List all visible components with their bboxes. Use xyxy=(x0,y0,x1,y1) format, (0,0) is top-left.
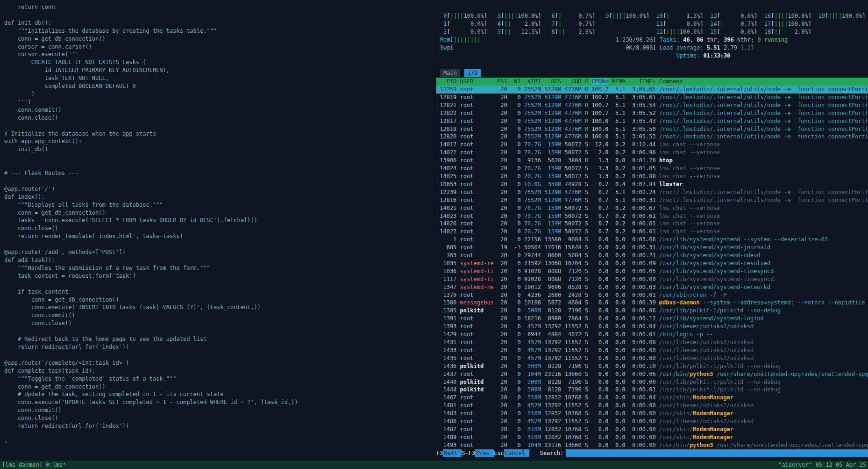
fn-next-button[interactable]: Next xyxy=(443,449,462,457)
process-row[interactable]: 14025 root 20 0 70.7G 159M 50072 S 1.3 0… xyxy=(436,173,868,180)
process-row[interactable]: 14024 root 20 0 70.7G 159M 50072 S 1.3 0… xyxy=(436,165,868,173)
fnbar-gap xyxy=(529,449,536,457)
process-row[interactable]: 1393 root 20 0 457M 13792 11552 S 0.0 0.… xyxy=(436,323,868,331)
htop-pane[interactable]: 0[||||100.0%] 3[||||100.0%] 6[| 0.7%] 9[… xyxy=(436,0,868,460)
process-row[interactable]: 1436 polkitd 20 0 300M 8128 7196 S 0.0 0… xyxy=(436,362,868,370)
fn-prev-button[interactable]: Prev xyxy=(475,449,494,457)
process-row[interactable]: 1 root 20 0 22156 13580 9684 S 0.0 0.0 0… xyxy=(436,236,868,244)
process-row[interactable]: 685 root 19 -1 50504 17016 15848 S 0.0 0… xyxy=(436,244,868,252)
tab-io[interactable]: I/O xyxy=(464,69,481,77)
process-row[interactable]: 1429 root 20 0 6944 4884 4072 S 0.0 0.0 … xyxy=(436,331,868,339)
process-row[interactable]: 12817 root 20 0 7552M 5129M 4776M R 100.… xyxy=(436,117,868,125)
process-row[interactable]: 1437 root 20 0 104M 23116 13660 S 0.0 0.… xyxy=(436,370,868,378)
process-row[interactable]: 12239 root 20 0 7552M 5129M 4776M S 0.7 … xyxy=(436,188,868,196)
process-row[interactable]: 14022 root 20 0 70.7G 159M 50072 S 2.0 0… xyxy=(436,149,868,157)
cpu-memory-meters: 0[||||100.0%] 3[||||100.0%] 6[| 0.7%] 9[… xyxy=(440,12,868,60)
process-row[interactable]: 14021 root 20 0 70.7G 159M 50072 S 0.7 0… xyxy=(436,204,868,212)
process-row[interactable]: 1487 root 20 0 310M 12832 10768 S 0.0 0.… xyxy=(436,426,868,433)
process-row[interactable]: 1431 root 20 0 457M 13792 11552 S 0.0 0.… xyxy=(436,339,868,346)
code-pane[interactable]: return conn def init_db(): """Initialize… xyxy=(0,0,436,460)
process-row[interactable]: 12818 root 20 0 7552M 5129M 4776M R 100.… xyxy=(436,125,868,133)
process-row[interactable]: 12816 root 20 0 7552M 5129M 4776M S 0.7 … xyxy=(436,196,868,204)
process-row[interactable]: 13906 root 20 0 9136 5628 3804 R 1.3 0.0… xyxy=(436,157,868,165)
process-row[interactable]: 763 root 20 0 29744 8600 5084 S 0.0 0.0 … xyxy=(436,252,868,260)
process-row[interactable]: 1380 messagebus 20 0 10108 5872 4684 S 0… xyxy=(436,299,868,307)
process-row[interactable]: 1489 root 20 0 310M 12832 10768 S 0.0 0.… xyxy=(436,433,868,441)
process-row[interactable]: 1483 root 20 0 310M 12832 10768 S 0.0 0.… xyxy=(436,410,868,418)
tmux-host-clock: "aiserver" 05:12 05-Apr-25 xyxy=(778,461,866,469)
process-row[interactable]: 1435 root 20 0 457M 13792 11552 S 0.0 0.… xyxy=(436,354,868,362)
process-row[interactable]: 12822 root 20 0 7552M 5129M 4776M R 100.… xyxy=(436,109,868,117)
process-row[interactable]: 14026 root 20 0 70.7G 159M 50072 S 0.7 0… xyxy=(436,220,868,228)
process-row[interactable]: 14023 root 20 0 70.7G 159M 50072 S 0.7 0… xyxy=(436,212,868,220)
fn-key-s-f3: S-F3 xyxy=(462,449,475,457)
process-row[interactable]: 1467 root 20 0 310M 12832 10768 S 0.0 0.… xyxy=(436,394,868,402)
tab-main[interactable]: Main xyxy=(440,69,460,77)
process-row[interactable]: 1433 root 20 0 457M 13792 11552 S 0.0 0.… xyxy=(436,346,868,354)
fn-key-f3: F3 xyxy=(436,449,443,457)
process-row[interactable]: 1444 polkitd 20 0 300M 8128 7196 S 0.0 0… xyxy=(436,386,868,394)
process-row[interactable]: 14017 root 20 0 70.7G 159M 50072 S 12.6 … xyxy=(436,141,868,149)
search-label: Search: xyxy=(536,449,566,457)
fn-key-esc: Esc xyxy=(494,449,504,457)
process-row[interactable]: 1385 polkitd 20 0 300M 8128 7196 S 0.0 0… xyxy=(436,307,868,315)
process-row[interactable]: 14027 root 20 0 70.7G 159M 50072 S 0.7 0… xyxy=(436,228,868,236)
process-row[interactable]: 12821 root 20 0 7552M 5129M 4776M R 100.… xyxy=(436,101,868,109)
fn-cancel-button[interactable]: Cancel xyxy=(504,449,529,457)
tmux-terminal: return conn def init_db(): """Initialize… xyxy=(0,0,868,469)
process-row[interactable]: 1391 root 20 0 18216 8980 7864 S 0.0 0.0… xyxy=(436,315,868,323)
process-row[interactable]: 1347 systemd-ne 20 0 19012 9696 8528 S 0… xyxy=(436,283,868,291)
tmux-session-window: [lms-daemon] 0:lms* xyxy=(2,461,66,469)
process-table: 12259 root 20 0 7552M 5129M 4776M R 100.… xyxy=(436,86,868,450)
process-row[interactable]: 1486 root 20 0 457M 13792 11552 S 0.0 0.… xyxy=(436,418,868,426)
process-row[interactable]: 12819 root 20 0 7552M 5129M 4776M R 100.… xyxy=(436,94,868,101)
search-function-bar: F3NextS-F3PrevEscCancel Search: xyxy=(436,449,868,457)
process-row[interactable]: 1035 systemd-re 20 0 21592 13068 10704 S… xyxy=(436,260,868,267)
tmux-status-bar: [lms-daemon] 0:lms* "aiserver" 05:12 05-… xyxy=(0,461,868,469)
process-row[interactable]: 1440 polkitd 20 0 300M 8128 7196 S 0.0 0… xyxy=(436,378,868,386)
process-row-selected[interactable]: 12259 root 20 0 7552M 5129M 4776M R 100.… xyxy=(436,86,868,94)
process-row[interactable]: 10653 root 20 0 10.0G 358M 74928 S 0.7 0… xyxy=(436,180,868,188)
process-row[interactable]: 12820 root 20 0 7552M 5129M 4776M R 100.… xyxy=(436,133,868,141)
htop-screen-tabs: MainI/O xyxy=(440,69,485,77)
process-row[interactable]: 1379 root 20 0 4236 2680 2428 S 0.0 0.0 … xyxy=(436,291,868,299)
process-row[interactable]: 1493 root 20 0 104M 23116 13660 S 0.0 0.… xyxy=(436,441,868,449)
process-table-header[interactable]: PID USER PRI NI VIRT RES SHR S CPU%▽ MEM… xyxy=(436,78,868,86)
search-input[interactable] xyxy=(566,449,868,457)
process-row[interactable]: 1481 root 20 0 457M 13792 11552 S 0.0 0.… xyxy=(436,402,868,410)
process-row[interactable]: 1036 systemd-ti 20 0 91028 8088 7120 S 0… xyxy=(436,267,868,275)
process-row[interactable]: 1117 systemd-ti 20 0 91028 8088 7120 S 0… xyxy=(436,275,868,283)
code-content: return conn def init_db(): """Initialize… xyxy=(4,3,298,446)
